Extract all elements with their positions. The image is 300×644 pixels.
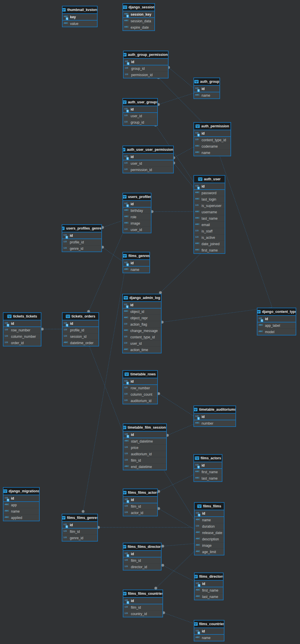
column-row-country_id[interactable]: 123country_id (123, 610, 162, 617)
column-row-expire_date[interactable]: ABCexpire_date (123, 24, 154, 30)
column-row-is_superuser[interactable]: 123is_superuser (194, 202, 225, 209)
column-row-id[interactable]: 123id (123, 201, 151, 207)
table-header[interactable]: auth_user (194, 176, 225, 183)
table-auth_user[interactable]: auth_user123idABCpasswordABClast_login12… (193, 175, 225, 254)
table-header[interactable]: tickets_tickets (3, 313, 41, 320)
relationship-edge[interactable] (87, 344, 123, 432)
column-row-row_number[interactable]: 123row_number (123, 385, 157, 391)
column-row-film_id[interactable]: 123film_id (123, 457, 166, 463)
column-row-film_id[interactable]: 123film_id (62, 529, 97, 535)
relationship-edge[interactable] (41, 328, 62, 331)
column-row-id[interactable]: 123id (123, 106, 157, 112)
column-row-permission_id[interactable]: 123permission_id (124, 71, 168, 78)
relationship-edge[interactable] (218, 153, 272, 308)
column-row-app_label[interactable]: ABCapp_label (257, 322, 296, 329)
column-row-id[interactable]: 123id (3, 495, 39, 501)
column-row-session_data[interactable]: ABCsession_data (123, 18, 154, 24)
column-row-user_id[interactable]: 123user_id (123, 160, 173, 166)
column-row-id[interactable]: 123id (123, 551, 161, 557)
table-users_profiles_genres[interactable]: users_profiles_genres123id123profile_id1… (62, 224, 102, 252)
column-row-action_flag[interactable]: 123action_flag (123, 321, 161, 327)
table-timetable_rows[interactable]: timetable_rows123id123row_number123colum… (122, 370, 158, 404)
column-row-codename[interactable]: ABCcodename (194, 143, 231, 149)
table-header[interactable]: timetable_rows (123, 371, 157, 378)
column-row-genre_id[interactable]: 123genre_id (62, 245, 101, 252)
table-tickets_orders[interactable]: tickets_orders123id123profile_id123sessi… (62, 312, 99, 346)
column-row-auditorium_id[interactable]: 123auditorium_id (123, 397, 157, 404)
column-row-start_datetime[interactable]: ABCstart_datetime (123, 438, 166, 444)
column-row-id[interactable]: 123id (62, 232, 101, 238)
column-row-user_id[interactable]: 123user_id (123, 226, 151, 233)
column-row-film_id[interactable]: 123film_id (123, 557, 161, 564)
column-row-id[interactable]: 123id (194, 86, 219, 92)
column-row-price[interactable]: 123price (123, 444, 166, 451)
column-row-image[interactable]: ABCimage (195, 542, 224, 548)
column-row-role[interactable]: ABCrole (123, 214, 151, 220)
column-row-row_number[interactable]: 123row_number (3, 327, 41, 333)
column-row-number[interactable]: ABCnumber (194, 420, 235, 426)
column-row-last_login[interactable]: ABClast_login (194, 196, 225, 202)
relationship-edge[interactable] (101, 246, 122, 261)
table-django_admin_log[interactable]: django_admin_log123idABCobject_idABCobje… (122, 294, 162, 353)
table-films_actors[interactable]: films_actors123idABCfirst_nameABClast_na… (193, 454, 222, 482)
column-row-name[interactable]: ABCname (194, 92, 219, 98)
column-row-auditorium_id[interactable]: 123auditorium_id (123, 451, 166, 457)
table-header[interactable]: films_actors (194, 455, 222, 462)
column-row-last_name[interactable]: ABClast_name (194, 475, 222, 481)
table-auth_user_groups[interactable]: auth_user_groups123id123user_id123group_… (122, 98, 158, 126)
table-header[interactable]: films_countries (194, 621, 224, 628)
column-row-age_limit[interactable]: ABCage_limit (195, 548, 224, 555)
column-row-id[interactable]: 123id (195, 510, 224, 516)
column-row-id[interactable]: 123id (257, 316, 296, 322)
table-header[interactable]: films_films_countries (123, 590, 162, 598)
table-header[interactable]: django_admin_log (123, 294, 161, 302)
column-row-id[interactable]: 123id (123, 598, 162, 604)
column-row-id[interactable]: 123id (123, 497, 157, 503)
column-row-name[interactable]: ABCname (194, 149, 231, 156)
column-row-applied[interactable]: ABCapplied (3, 514, 39, 521)
relationship-edge[interactable] (161, 467, 194, 519)
table-header[interactable]: auth_user_user_permissions (123, 146, 173, 154)
column-row-release_date[interactable]: ABCrelease_date (195, 529, 224, 536)
column-row-permission_id[interactable]: 123permission_id (123, 166, 173, 173)
column-row-is_active[interactable]: 123is_active (194, 234, 225, 241)
table-films_directors[interactable]: films_directors123idABCfirst_nameABClast… (194, 573, 224, 600)
table-timetable_film_sessions[interactable]: timetable_film_sessions123idABCstart_dat… (123, 423, 167, 470)
column-row-id[interactable]: 123id (194, 130, 231, 136)
table-timetable_auditoriums[interactable]: timetable_auditoriums123idABCnumber (193, 406, 236, 427)
relationship-edge[interactable] (162, 611, 194, 623)
column-row-duration[interactable]: 123duration (195, 523, 224, 529)
column-row-id[interactable]: 123id (123, 432, 166, 438)
column-row-app[interactable]: ABCapp (3, 502, 39, 508)
table-header[interactable]: timetable_film_sessions (123, 424, 166, 432)
column-row-order_id[interactable]: 123order_id (3, 340, 41, 346)
column-row-change_message[interactable]: ABCchange_message (123, 327, 161, 334)
relationship-edge[interactable] (172, 147, 193, 159)
column-row-session_id[interactable]: 123session_id (63, 333, 98, 340)
column-row-first_name[interactable]: ABCfirst_name (194, 247, 225, 253)
column-row-actor_id[interactable]: 123actor_id (123, 509, 157, 516)
table-header[interactable]: users_profiles (123, 193, 151, 201)
column-row-group_id[interactable]: 123group_id (123, 119, 157, 125)
column-row-profile_id[interactable]: 123profile_id (63, 327, 98, 333)
column-row-action_time[interactable]: ABCaction_time (123, 346, 161, 353)
table-header[interactable]: films_genres (123, 252, 149, 260)
table-header[interactable]: django_migrations (3, 488, 39, 495)
column-row-column_count[interactable]: 123column_count (123, 391, 157, 397)
table-django_content_type[interactable]: django_content_type123idABCapp_labelABCm… (257, 308, 296, 335)
column-row-last_name[interactable]: ABClast_name (195, 593, 223, 600)
table-auth_group_permissions[interactable]: auth_group_permissions123id123group_id12… (123, 51, 169, 78)
diagram-canvas[interactable]: thumbnail_kvstoreABCkeyABCvaluedjango_se… (0, 0, 300, 644)
table-films_films_directors[interactable]: films_films_directors123id123film_id123d… (123, 543, 162, 570)
column-row-id[interactable]: 123id (123, 302, 161, 308)
table-header[interactable]: users_profiles_genres (62, 225, 101, 232)
table-thumbnail_kvstore[interactable]: thumbnail_kvstoreABCkeyABCvalue (62, 6, 98, 27)
column-row-end_datetime[interactable]: ABCend_datetime (123, 463, 166, 470)
column-row-date_joined[interactable]: ABCdate_joined (194, 241, 225, 247)
column-row-email[interactable]: ABCemail (194, 221, 225, 228)
column-row-name[interactable]: ABCname (195, 517, 224, 523)
table-header[interactable]: tickets_orders (63, 313, 98, 320)
relationship-edge[interactable] (157, 507, 194, 529)
table-header[interactable]: auth_group_permissions (124, 51, 168, 59)
table-auth_permission[interactable]: auth_permission123id123content_type_idAB… (193, 122, 231, 156)
